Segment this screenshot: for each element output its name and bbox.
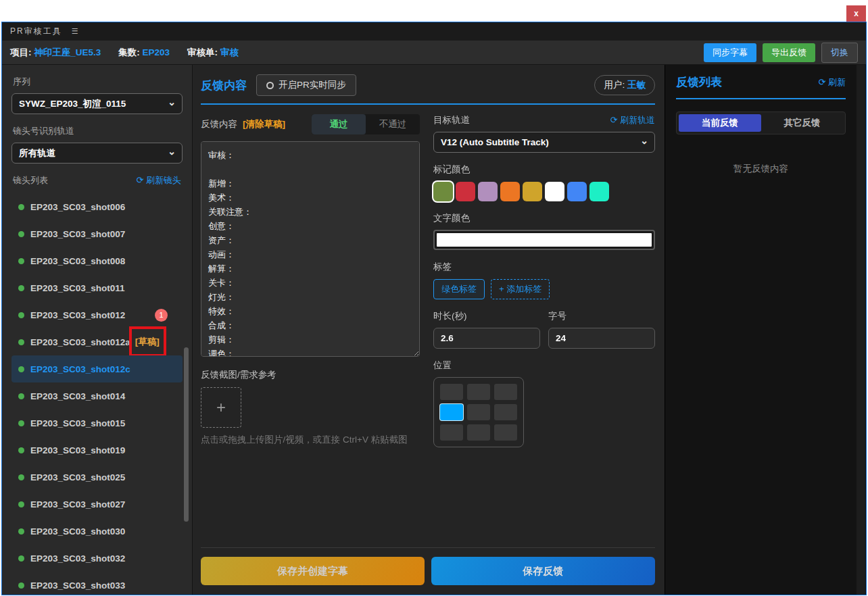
shot-list-scrollbar[interactable] bbox=[184, 347, 189, 522]
user-pill: 用户: 王敏 bbox=[594, 75, 655, 95]
mark-color-swatch[interactable] bbox=[589, 182, 609, 201]
section-divider bbox=[201, 103, 655, 105]
shot-name: EP203_SC03_shot007 bbox=[30, 229, 125, 239]
mark-color-swatch[interactable] bbox=[456, 182, 475, 201]
user-name: 王敏 bbox=[627, 80, 646, 90]
episode-value: EP203 bbox=[143, 47, 170, 57]
shot-list-item[interactable]: EP203_SC03_shot007 bbox=[11, 220, 183, 247]
status-dot-icon bbox=[18, 339, 24, 345]
tab-other-feedback[interactable]: 其它反馈 bbox=[761, 114, 844, 132]
shot-list-item[interactable]: EP203_SC03_shot0121 bbox=[11, 301, 183, 328]
shot-name: EP203_SC03_shot012c bbox=[30, 364, 130, 374]
shot-list-item[interactable]: EP203_SC03_shot030 bbox=[11, 518, 183, 545]
add-tag-button[interactable]: + 添加标签 bbox=[491, 279, 550, 299]
status-dot-icon bbox=[18, 447, 24, 453]
position-cell[interactable] bbox=[494, 384, 517, 400]
refresh-feedback-link[interactable]: ⟳ 刷新 bbox=[818, 76, 846, 89]
status-dot-icon bbox=[18, 285, 24, 291]
shot-list-item[interactable]: EP203_SC03_shot011 bbox=[11, 274, 183, 301]
position-grid bbox=[433, 377, 524, 447]
position-cell[interactable] bbox=[467, 404, 490, 420]
sequence-select[interactable]: SYWZ_EP203_初渲_0115 ⌄ bbox=[11, 93, 183, 114]
shot-list: EP203_SC03_shot006EP203_SC03_shot007EP20… bbox=[11, 193, 183, 595]
close-button[interactable]: x bbox=[846, 5, 866, 22]
chevron-down-icon: ⌄ bbox=[168, 97, 176, 107]
mark-color-swatch[interactable] bbox=[500, 182, 520, 201]
project-value: 神印王座_UE5.3 bbox=[34, 47, 101, 57]
empty-feedback-text: 暂无反馈内容 bbox=[676, 163, 846, 175]
feedback-count-badge: 1 bbox=[155, 309, 168, 322]
duration-input[interactable] bbox=[433, 328, 540, 349]
position-cell[interactable] bbox=[440, 424, 463, 441]
shot-list-item[interactable]: EP203_SC03_shot015 bbox=[11, 409, 183, 437]
status-dot-icon bbox=[18, 555, 24, 562]
switch-button[interactable]: 切换 bbox=[821, 43, 858, 63]
mark-color-swatches bbox=[433, 182, 655, 201]
shot-list-item[interactable]: EP203_SC03_shot032 bbox=[11, 545, 183, 572]
feedback-list-panel: 反馈列表 ⟳ 刷新 当前反馈 其它反馈 暂无反馈内容 bbox=[665, 65, 866, 595]
shot-sidebar: 序列 SYWZ_EP203_初渲_0115 ⌄ 镜头号识别轨道 所有轨道 ⌄ 镜… bbox=[2, 65, 193, 595]
shot-name: EP203_SC03_shot006 bbox=[30, 202, 125, 212]
shot-name: EP203_SC03_shot030 bbox=[30, 526, 125, 537]
refresh-shots-link[interactable]: ⟳ 刷新镜头 bbox=[136, 174, 181, 187]
duration-label: 时长(秒) bbox=[433, 310, 540, 322]
fail-tab[interactable]: 不通过 bbox=[366, 114, 420, 134]
shot-name: EP203_SC03_shot015 bbox=[30, 418, 125, 428]
text-color-input[interactable] bbox=[433, 230, 655, 250]
shot-list-item[interactable]: EP203_SC03_shot025 bbox=[11, 464, 183, 491]
mark-color-swatch[interactable] bbox=[567, 182, 587, 201]
mark-color-label: 标记颜色 bbox=[433, 164, 655, 176]
green-tag-button[interactable]: 绿色标签 bbox=[433, 279, 485, 299]
panel-scrollbar-track[interactable] bbox=[857, 65, 865, 595]
pass-fail-toggle: 通过 不通过 bbox=[312, 114, 420, 134]
status-dot-icon bbox=[18, 528, 24, 535]
position-cell[interactable] bbox=[440, 384, 463, 400]
track-detect-select[interactable]: 所有轨道 ⌄ bbox=[11, 143, 183, 164]
shot-list-item[interactable]: EP203_SC03_shot012c bbox=[11, 355, 183, 382]
save-feedback-button[interactable]: 保存反馈 bbox=[431, 557, 655, 585]
position-cell[interactable] bbox=[494, 424, 517, 441]
title-bar: PR审核工具 ☰ bbox=[2, 22, 866, 41]
shot-name: EP203_SC03_shot014 bbox=[30, 391, 125, 401]
shot-name: EP203_SC03_shot025 bbox=[30, 472, 125, 482]
fontsize-label: 字号 bbox=[548, 310, 655, 322]
fontsize-input[interactable] bbox=[548, 328, 655, 349]
feedback-textarea[interactable]: 审核： 新增： 美术： 关联注意： 创意： 资产： 动画： 解算： 关卡： 灯光… bbox=[201, 141, 420, 357]
feedback-list-title: 反馈列表 bbox=[676, 74, 722, 90]
shot-list-item[interactable]: EP203_SC03_shot019 bbox=[11, 437, 183, 464]
status-dot-icon bbox=[18, 420, 24, 426]
status-dot-icon bbox=[18, 393, 24, 399]
shot-list-item[interactable]: EP203_SC03_shot012a[草稿] bbox=[11, 328, 183, 355]
feedback-panel: 反馈内容 开启PR实时同步 用户: 王敏 反馈内容 [清除草稿] bbox=[193, 65, 665, 595]
refresh-icon: ⟳ bbox=[610, 115, 617, 125]
enable-pr-sync-button[interactable]: 开启PR实时同步 bbox=[256, 74, 356, 96]
shot-name: EP203_SC03_shot032 bbox=[30, 553, 125, 564]
shot-name: EP203_SC03_shot008 bbox=[30, 256, 125, 266]
position-cell[interactable] bbox=[467, 424, 490, 441]
shot-list-item[interactable]: EP203_SC03_shot014 bbox=[11, 382, 183, 409]
export-feedback-button[interactable]: 导出反馈 bbox=[763, 43, 815, 62]
upload-dropzone[interactable]: + bbox=[201, 387, 241, 428]
sync-subtitle-button[interactable]: 同步字幕 bbox=[704, 43, 756, 62]
mark-color-swatch[interactable] bbox=[478, 182, 498, 201]
shot-list-item[interactable]: EP203_SC03_shot008 bbox=[11, 247, 183, 274]
refresh-track-link[interactable]: ⟳ 刷新轨道 bbox=[610, 114, 655, 126]
status-dot-icon bbox=[18, 474, 24, 480]
position-cell[interactable] bbox=[440, 404, 463, 420]
shot-list-item[interactable]: EP203_SC03_shot027 bbox=[11, 491, 183, 518]
app-window: PR审核工具 ☰ 项目: 神印王座_UE5.3 集数: EP203 审核单: 审… bbox=[1, 22, 867, 595]
mark-color-swatch[interactable] bbox=[433, 182, 453, 201]
hamburger-menu-icon[interactable]: ☰ bbox=[72, 27, 78, 36]
target-track-select[interactable]: V12 (Auto Subtitle Track) ⌄ bbox=[433, 132, 655, 153]
chevron-down-icon: ⌄ bbox=[640, 135, 648, 146]
shot-list-item[interactable]: EP203_SC03_shot006 bbox=[11, 193, 183, 220]
position-cell[interactable] bbox=[494, 404, 517, 420]
pass-tab[interactable]: 通过 bbox=[312, 114, 366, 134]
save-create-subtitle-button[interactable]: 保存并创建字幕 bbox=[201, 557, 425, 585]
shot-list-item[interactable]: EP203_SC03_shot033 bbox=[11, 572, 183, 595]
mark-color-swatch[interactable] bbox=[523, 182, 542, 201]
tab-current-feedback[interactable]: 当前反馈 bbox=[679, 114, 761, 132]
clear-draft-link[interactable]: [清除草稿] bbox=[243, 118, 285, 130]
position-cell[interactable] bbox=[467, 384, 490, 400]
mark-color-swatch[interactable] bbox=[545, 182, 564, 201]
